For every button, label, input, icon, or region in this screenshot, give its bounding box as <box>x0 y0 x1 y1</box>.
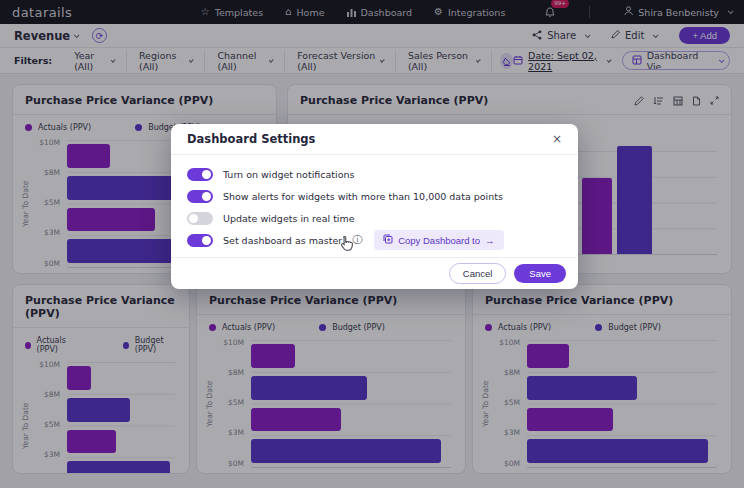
mouse-cursor <box>337 234 357 258</box>
modal-title: Dashboard Settings <box>187 132 315 146</box>
widget-notifications-toggle[interactable] <box>187 168 213 181</box>
close-icon[interactable]: × <box>552 133 562 145</box>
cancel-button[interactable]: Cancel <box>449 263 507 284</box>
app-window: datarails ☆ Templates ⌂ Home Dashboard ⚙… <box>0 0 744 488</box>
setting-row-data-alerts: Show alerts for widgets with more than 1… <box>187 185 562 207</box>
arrow-right-icon: → <box>485 235 495 246</box>
copy-dashboard-button[interactable]: Copy Dashboard to → <box>374 230 503 250</box>
save-button[interactable]: Save <box>514 264 566 283</box>
data-alerts-toggle[interactable] <box>187 190 213 203</box>
master-dashboard-toggle[interactable] <box>187 234 213 247</box>
dashboard-settings-modal: Dashboard Settings × Turn on widget noti… <box>171 124 578 289</box>
realtime-update-toggle[interactable] <box>187 212 213 225</box>
setting-row-widget-notifications: Turn on widget notifications <box>187 163 562 185</box>
copy-icon <box>383 234 393 246</box>
setting-row-realtime: Update widgets in real time <box>187 207 562 229</box>
setting-row-master: Set dashboard as master ⓘ Copy Dashboard… <box>187 229 562 251</box>
